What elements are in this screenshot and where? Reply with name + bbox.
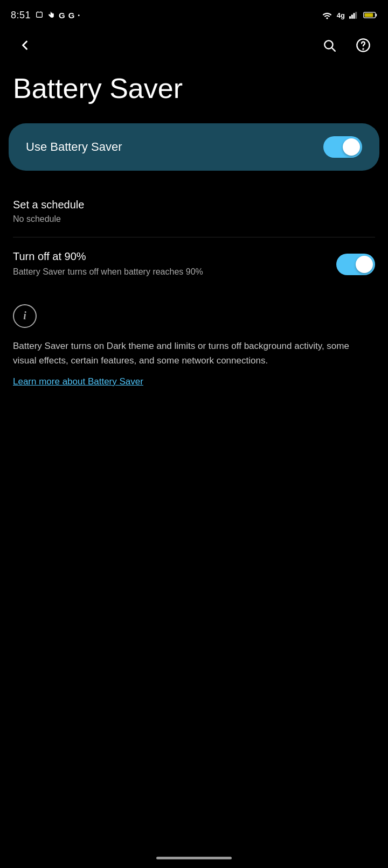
back-arrow-icon	[17, 38, 32, 53]
set-schedule-subtitle: No schedule	[13, 214, 375, 224]
nav-left	[13, 33, 37, 57]
nav-right	[318, 33, 375, 57]
search-icon	[322, 38, 336, 52]
help-icon	[356, 38, 371, 53]
use-battery-saver-card[interactable]: Use Battery Saver	[9, 123, 379, 171]
nav-bar	[0, 28, 388, 62]
turn-off-content: Turn off at 90% Battery Saver turns off …	[13, 250, 323, 278]
back-button[interactable]	[13, 33, 37, 57]
status-left: 8:51 G G •	[11, 10, 80, 21]
divider-1	[13, 237, 375, 237]
svg-rect-3	[349, 16, 351, 19]
svg-point-13	[363, 48, 363, 49]
home-indicator	[156, 857, 232, 859]
turn-off-title: Turn off at 90%	[13, 250, 323, 263]
set-schedule-title: Set a schedule	[13, 199, 375, 211]
notification-icon	[35, 11, 44, 19]
turn-off-toggle-thumb	[356, 256, 373, 273]
info-description: Battery Saver turns on Dark theme and li…	[13, 339, 375, 368]
use-battery-saver-label: Use Battery Saver	[26, 140, 122, 154]
learn-more-link[interactable]: Learn more about Battery Saver	[13, 376, 143, 387]
svg-line-11	[332, 48, 335, 51]
main-content: Use Battery Saver Set a schedule No sche…	[0, 123, 388, 396]
search-button[interactable]	[318, 34, 341, 57]
info-icon: i	[23, 310, 26, 322]
turn-off-toggle[interactable]	[336, 254, 375, 275]
svg-rect-9	[376, 13, 377, 16]
svg-rect-4	[351, 15, 353, 19]
turn-off-subtitle: Battery Saver turns off when battery rea…	[13, 266, 323, 278]
google-g-icon-2: G	[68, 11, 75, 20]
turn-off-item[interactable]: Turn off at 90% Battery Saver turns off …	[9, 240, 379, 289]
svg-rect-6	[355, 12, 357, 19]
wifi-icon	[322, 11, 332, 19]
gesture-icon	[47, 11, 56, 19]
page-title: Battery Saver	[13, 73, 375, 104]
svg-rect-0	[37, 12, 43, 17]
toggle-track	[323, 136, 362, 158]
status-dot: •	[78, 12, 80, 18]
status-bar: 8:51 G G • 4g	[0, 0, 388, 28]
google-g-icon-1: G	[59, 11, 65, 20]
svg-point-10	[324, 40, 332, 48]
set-schedule-item[interactable]: Set a schedule No schedule	[9, 188, 379, 235]
svg-rect-5	[354, 13, 355, 19]
status-right: 4g	[322, 11, 377, 19]
toggle-thumb	[343, 138, 360, 156]
status-time: 8:51	[11, 10, 31, 21]
battery-icon	[363, 11, 377, 19]
signal-icon	[349, 11, 359, 19]
status-icons-left: G G •	[35, 11, 80, 20]
info-section: i Battery Saver turns on Dark theme and …	[9, 289, 379, 396]
use-battery-saver-toggle[interactable]	[323, 136, 362, 158]
network-4g-label: 4g	[337, 11, 345, 19]
svg-rect-8	[365, 13, 373, 17]
turn-off-toggle-track	[336, 254, 375, 275]
page-title-section: Battery Saver	[0, 62, 388, 123]
help-button[interactable]	[351, 33, 375, 57]
info-icon-container: i	[13, 304, 37, 328]
